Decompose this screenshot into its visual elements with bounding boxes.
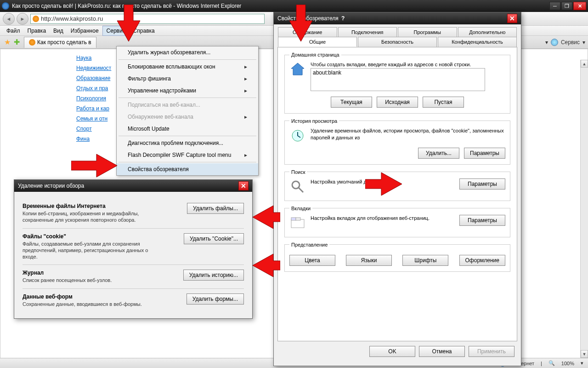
tab-connections[interactable]: Подключения bbox=[338, 27, 397, 37]
fieldset-legend: Вкладки bbox=[289, 206, 312, 211]
sidebar-link[interactable]: Психология bbox=[76, 93, 120, 104]
mi-addons[interactable]: Управление надстройками bbox=[117, 85, 258, 97]
homepage-blank-button[interactable]: Пустая bbox=[423, 97, 464, 108]
section-forms: Данные веб-форм Сохраненные данные, ввод… bbox=[23, 289, 244, 312]
annotation-arrow bbox=[287, 5, 315, 41]
section-heading: Данные веб-форм bbox=[23, 293, 160, 300]
svg-rect-5 bbox=[296, 218, 300, 220]
section-desc: Копии веб-страниц, изображения и медиафа… bbox=[23, 210, 160, 224]
tab-label: Как просто сделать в bbox=[37, 39, 91, 46]
mi-subscribe: Подписаться на веб-канал... bbox=[117, 99, 258, 111]
dialog-help-button[interactable]: ? bbox=[339, 14, 348, 23]
accessibility-button[interactable]: Оформление bbox=[459, 255, 505, 266]
add-favorites-icon[interactable]: ✚ bbox=[12, 38, 21, 47]
section-history: Журнал Список ранее посещенных веб-узлов… bbox=[23, 265, 244, 288]
tab-favicon bbox=[29, 39, 35, 46]
fonts-button[interactable]: Шрифты bbox=[402, 255, 448, 266]
section-desc: Сохраненные данные, вводившиеся в веб-фо… bbox=[23, 301, 160, 307]
tabs-fieldset: Вкладки Настройка вкладок для отображени… bbox=[284, 206, 510, 237]
mi-delete-history[interactable]: Удалить журнал обозревателя... bbox=[117, 46, 258, 58]
dialog-close-button[interactable]: ✕ bbox=[507, 14, 517, 23]
apply-button[interactable]: Применить bbox=[469, 346, 514, 357]
minimize-button[interactable]: ─ bbox=[549, 2, 560, 10]
mi-popup-block[interactable]: Блокирование всплывающих окон bbox=[117, 61, 258, 73]
window-title: Как просто сделать всё! | KakProsto.ru: … bbox=[12, 3, 549, 9]
url-text: http://www.kakprosto.ru bbox=[41, 15, 103, 22]
sidebar-link[interactable]: Работа и кар bbox=[76, 104, 120, 114]
delete-forms-button[interactable]: Удалить формы... bbox=[187, 293, 244, 305]
toolbar-service-label[interactable]: Сервис bbox=[561, 39, 580, 46]
menu-favorites[interactable]: Избранное bbox=[67, 26, 102, 35]
delete-cookies-button[interactable]: Удалить "Cookie"... bbox=[184, 233, 244, 244]
mi-diagnostics[interactable]: Диагностика проблем подключения... bbox=[117, 137, 258, 149]
service-dropdown: Удалить журнал обозревателя... Блокирова… bbox=[116, 46, 259, 176]
toolbar-dropdown[interactable]: ▾ bbox=[545, 39, 548, 46]
vertical-scrollbar[interactable]: ▲ ▼ bbox=[580, 60, 588, 358]
mi-detect-feed: Обнаружение веб-канала bbox=[117, 111, 258, 123]
browser-tab[interactable]: Как просто сделать в bbox=[24, 37, 96, 48]
tab-security[interactable]: Безопасность bbox=[358, 37, 437, 47]
zoom-dropdown[interactable]: ▾ bbox=[581, 360, 583, 366]
fieldset-legend: Представление bbox=[289, 242, 329, 247]
tab-privacy[interactable]: Конфиденциальность bbox=[438, 37, 517, 47]
fieldset-legend: История просмотра bbox=[289, 118, 339, 124]
appearance-fieldset: Представление Цвета Языки Шрифты Оформле… bbox=[284, 242, 510, 272]
section-cookies: Файлы "cookie" Файлы, создаваемые веб-уз… bbox=[23, 229, 244, 265]
svg-marker-6 bbox=[117, 5, 140, 41]
scroll-up-button[interactable]: ▲ bbox=[581, 60, 588, 68]
section-heading: Журнал bbox=[23, 270, 160, 276]
dialog-close-button[interactable]: ✕ bbox=[238, 181, 249, 190]
section-desc: Список ранее посещенных веб-узлов. bbox=[23, 277, 160, 283]
section-desc: Файлы, создаваемые веб-узлами для сохран… bbox=[23, 241, 160, 260]
delete-history-button[interactable]: Удалить историю... bbox=[183, 270, 244, 281]
tabs-icon bbox=[289, 215, 306, 231]
scroll-down-button[interactable]: ▼ bbox=[581, 350, 588, 358]
svg-point-1 bbox=[292, 181, 300, 189]
history-delete-button[interactable]: Удалить... bbox=[418, 148, 459, 159]
homepage-text: Чтобы создать вкладки, введите каждый из… bbox=[311, 61, 505, 68]
menu-edit[interactable]: Правка bbox=[24, 26, 50, 35]
back-button[interactable]: ◄ bbox=[3, 13, 15, 25]
history-text: Удаление временных файлов, истории просм… bbox=[311, 127, 505, 141]
homepage-textarea[interactable] bbox=[311, 68, 485, 91]
gear-icon bbox=[551, 39, 558, 46]
tab-advanced[interactable]: Дополнительно bbox=[458, 27, 517, 37]
history-settings-button[interactable]: Параметры bbox=[464, 148, 505, 159]
zoom-level[interactable]: 100% bbox=[561, 361, 574, 366]
mi-flash[interactable]: Flash Decompiler SWF Capture tool menu bbox=[117, 149, 258, 161]
address-bar[interactable]: http://www.kakprosto.ru bbox=[30, 14, 265, 24]
favorites-star-icon[interactable]: ★ bbox=[3, 38, 12, 47]
close-button[interactable]: ✕ bbox=[573, 2, 586, 10]
sidebar-link[interactable]: Недвижимост bbox=[76, 63, 120, 73]
sidebar-link[interactable]: Фина bbox=[76, 134, 120, 144]
tabs-settings-button[interactable]: Параметры bbox=[459, 215, 505, 226]
tab-programs[interactable]: Программы bbox=[398, 27, 457, 37]
svg-line-2 bbox=[299, 188, 303, 192]
annotation-arrow bbox=[71, 152, 117, 179]
homepage-current-button[interactable]: Текущая bbox=[331, 97, 372, 108]
sidebar-link[interactable]: Отдых и пра bbox=[76, 83, 120, 93]
sidebar-link[interactable]: Образование bbox=[76, 73, 120, 83]
ie-icon bbox=[2, 2, 9, 10]
cancel-button[interactable]: Отмена bbox=[419, 346, 465, 357]
toolbar-service-arrow[interactable]: ▾ bbox=[582, 39, 585, 46]
menu-view[interactable]: Вид bbox=[50, 26, 67, 35]
ok-button[interactable]: OK bbox=[369, 346, 415, 357]
homepage-default-button[interactable]: Исходная bbox=[377, 97, 418, 108]
mi-phishing[interactable]: Фильтр фишинга bbox=[117, 73, 258, 85]
sidebar-link[interactable]: Спорт bbox=[76, 124, 120, 134]
colors-button[interactable]: Цвета bbox=[289, 255, 335, 266]
annotation-arrow bbox=[253, 205, 280, 230]
delete-files-button[interactable]: Удалить файлы... bbox=[187, 203, 244, 214]
forward-button[interactable]: ► bbox=[17, 13, 28, 25]
mi-internet-options[interactable]: Свойства обозревателя bbox=[117, 163, 258, 175]
sidebar-link[interactable]: Наука bbox=[76, 53, 120, 63]
menu-file[interactable]: Файл bbox=[3, 26, 24, 35]
maximize-button[interactable]: ❐ bbox=[561, 2, 572, 10]
languages-button[interactable]: Языки bbox=[346, 255, 392, 266]
mi-ms-update[interactable]: Microsoft Update bbox=[117, 123, 258, 135]
sidebar-link[interactable]: Семья и отн bbox=[76, 114, 120, 124]
zoom-icon[interactable]: 🔍 bbox=[548, 360, 555, 366]
annotation-arrow bbox=[253, 253, 280, 278]
search-settings-button[interactable]: Параметры bbox=[459, 178, 505, 190]
